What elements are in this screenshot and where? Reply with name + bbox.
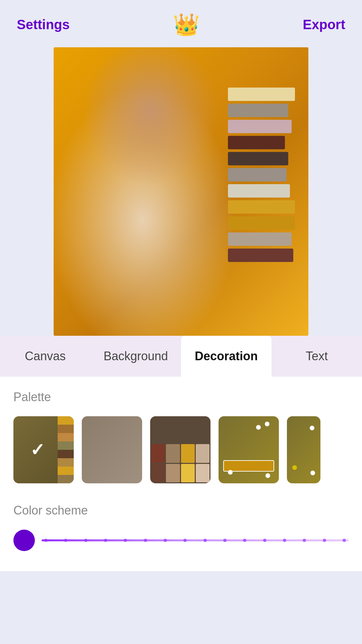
- slider-pip: [303, 539, 306, 542]
- crown-icon: 👑: [173, 12, 200, 37]
- slider-pip: [183, 539, 187, 542]
- slider-pip: [323, 539, 326, 542]
- slider-pip: [223, 539, 227, 542]
- export-button[interactable]: Export: [303, 17, 345, 32]
- tab-canvas[interactable]: Canvas: [0, 336, 90, 377]
- slider-pip: [283, 539, 286, 542]
- slider-pip: [124, 539, 127, 542]
- palette-label: Palette: [13, 390, 349, 404]
- settings-button[interactable]: Settings: [17, 17, 70, 32]
- slider-pip: [64, 539, 67, 542]
- canvas-area: [54, 47, 308, 336]
- palette-item-4[interactable]: [219, 416, 279, 483]
- slider-pip: [44, 539, 48, 542]
- slider-pip: [104, 539, 107, 542]
- color-strips-overlay: [228, 88, 302, 262]
- tab-decoration[interactable]: Decoration: [181, 336, 272, 377]
- slider-pip: [263, 539, 266, 542]
- color-scheme-label: Color scheme: [13, 503, 349, 518]
- slider-pip: [243, 539, 246, 542]
- tab-text[interactable]: Text: [272, 336, 362, 377]
- slider-thumb[interactable]: [13, 530, 35, 551]
- slider-pip: [343, 539, 346, 542]
- bottom-panel: Palette ✓: [0, 377, 362, 571]
- palette-item-3[interactable]: [150, 416, 210, 483]
- header: Settings 👑 Export: [0, 0, 362, 44]
- color-scheme-slider[interactable]: [13, 530, 349, 551]
- palette-item-2[interactable]: [82, 416, 142, 483]
- tab-background[interactable]: Background: [90, 336, 181, 377]
- photo-image: [54, 47, 308, 336]
- tabs-bar: Canvas Background Decoration Text: [0, 336, 362, 377]
- palette-item-1[interactable]: ✓: [13, 416, 74, 483]
- slider-track[interactable]: [42, 539, 349, 541]
- slider-pip: [203, 539, 207, 542]
- palette-item-5[interactable]: [287, 416, 320, 483]
- slider-pip: [84, 539, 87, 542]
- slider-pip: [164, 539, 167, 542]
- slider-pip: [144, 539, 147, 542]
- palette-row: ✓: [13, 416, 349, 483]
